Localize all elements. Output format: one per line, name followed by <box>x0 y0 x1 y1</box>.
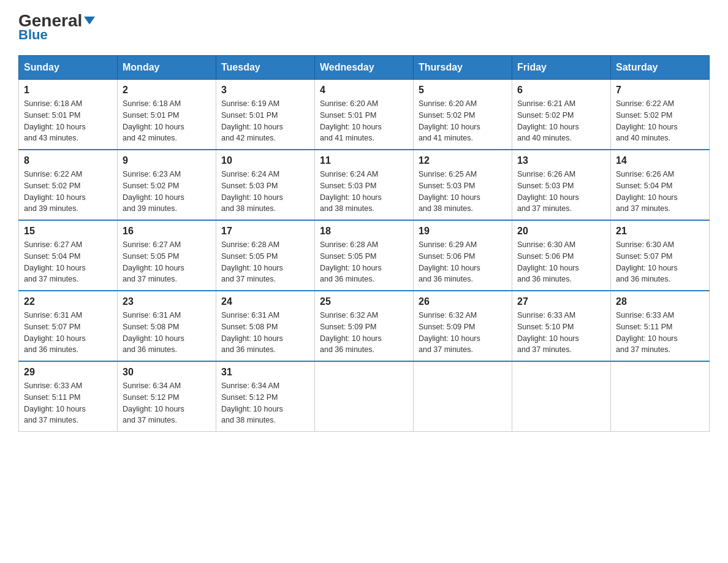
day-info: Sunrise: 6:20 AMSunset: 5:02 PMDaylight:… <box>419 98 507 144</box>
day-number: 20 <box>517 226 605 237</box>
calendar-cell: 4 Sunrise: 6:20 AMSunset: 5:01 PMDayligh… <box>315 80 414 150</box>
day-number: 19 <box>419 226 507 237</box>
calendar-cell: 31 Sunrise: 6:34 AMSunset: 5:12 PMDaylig… <box>216 361 315 432</box>
day-number: 4 <box>320 85 408 96</box>
day-number: 10 <box>221 155 309 166</box>
day-info: Sunrise: 6:27 AMSunset: 5:05 PMDaylight:… <box>123 239 211 285</box>
calendar-cell: 27 Sunrise: 6:33 AMSunset: 5:10 PMDaylig… <box>512 291 611 361</box>
calendar-cell: 2 Sunrise: 6:18 AMSunset: 5:01 PMDayligh… <box>118 80 216 150</box>
day-number: 17 <box>221 226 309 237</box>
calendar-cell: 1 Sunrise: 6:18 AMSunset: 5:01 PMDayligh… <box>19 80 118 150</box>
day-number: 8 <box>24 155 112 166</box>
weekday-header-thursday: Thursday <box>414 56 512 80</box>
day-info: Sunrise: 6:32 AMSunset: 5:09 PMDaylight:… <box>320 310 408 356</box>
weekday-header-sunday: Sunday <box>19 56 118 80</box>
day-number: 12 <box>419 155 507 166</box>
calendar-cell: 10 Sunrise: 6:24 AMSunset: 5:03 PMDaylig… <box>216 150 315 220</box>
day-number: 22 <box>24 296 112 307</box>
day-number: 18 <box>320 226 408 237</box>
calendar-cell <box>414 361 512 432</box>
day-info: Sunrise: 6:30 AMSunset: 5:07 PMDaylight:… <box>616 239 704 285</box>
day-info: Sunrise: 6:28 AMSunset: 5:05 PMDaylight:… <box>320 239 408 285</box>
weekday-header-tuesday: Tuesday <box>216 56 315 80</box>
calendar-cell <box>611 361 710 432</box>
day-number: 30 <box>123 367 211 378</box>
calendar-cell <box>512 361 611 432</box>
calendar-cell: 25 Sunrise: 6:32 AMSunset: 5:09 PMDaylig… <box>315 291 414 361</box>
calendar-cell: 12 Sunrise: 6:25 AMSunset: 5:03 PMDaylig… <box>414 150 512 220</box>
weekday-header-wednesday: Wednesday <box>315 56 414 80</box>
day-number: 28 <box>616 296 704 307</box>
day-number: 29 <box>24 367 112 378</box>
day-number: 21 <box>616 226 704 237</box>
day-info: Sunrise: 6:22 AMSunset: 5:02 PMDaylight:… <box>24 169 112 215</box>
weekday-header-friday: Friday <box>512 56 611 80</box>
day-info: Sunrise: 6:31 AMSunset: 5:08 PMDaylight:… <box>221 310 309 356</box>
day-info: Sunrise: 6:26 AMSunset: 5:03 PMDaylight:… <box>517 169 605 215</box>
day-info: Sunrise: 6:18 AMSunset: 5:01 PMDaylight:… <box>123 98 211 144</box>
weekday-header-row: SundayMondayTuesdayWednesdayThursdayFrid… <box>19 56 710 80</box>
day-number: 25 <box>320 296 408 307</box>
calendar-cell: 29 Sunrise: 6:33 AMSunset: 5:11 PMDaylig… <box>19 361 118 432</box>
day-info: Sunrise: 6:24 AMSunset: 5:03 PMDaylight:… <box>221 169 309 215</box>
calendar-cell: 11 Sunrise: 6:24 AMSunset: 5:03 PMDaylig… <box>315 150 414 220</box>
day-number: 27 <box>517 296 605 307</box>
calendar-cell: 20 Sunrise: 6:30 AMSunset: 5:06 PMDaylig… <box>512 220 611 291</box>
calendar-cell: 6 Sunrise: 6:21 AMSunset: 5:02 PMDayligh… <box>512 80 611 150</box>
day-info: Sunrise: 6:21 AMSunset: 5:02 PMDaylight:… <box>517 98 605 144</box>
day-info: Sunrise: 6:33 AMSunset: 5:11 PMDaylight:… <box>616 310 704 356</box>
weekday-header-monday: Monday <box>118 56 216 80</box>
calendar-cell: 8 Sunrise: 6:22 AMSunset: 5:02 PMDayligh… <box>19 150 118 220</box>
calendar-cell: 23 Sunrise: 6:31 AMSunset: 5:08 PMDaylig… <box>118 291 216 361</box>
day-info: Sunrise: 6:22 AMSunset: 5:02 PMDaylight:… <box>616 98 704 144</box>
page-header: General Blue <box>18 12 710 43</box>
calendar-cell: 22 Sunrise: 6:31 AMSunset: 5:07 PMDaylig… <box>19 291 118 361</box>
calendar-cell: 24 Sunrise: 6:31 AMSunset: 5:08 PMDaylig… <box>216 291 315 361</box>
calendar-cell: 14 Sunrise: 6:26 AMSunset: 5:04 PMDaylig… <box>611 150 710 220</box>
day-info: Sunrise: 6:24 AMSunset: 5:03 PMDaylight:… <box>320 169 408 215</box>
day-number: 7 <box>616 85 704 96</box>
day-info: Sunrise: 6:26 AMSunset: 5:04 PMDaylight:… <box>616 169 704 215</box>
day-info: Sunrise: 6:34 AMSunset: 5:12 PMDaylight:… <box>123 380 211 426</box>
calendar-week-5: 29 Sunrise: 6:33 AMSunset: 5:11 PMDaylig… <box>19 361 710 432</box>
day-info: Sunrise: 6:33 AMSunset: 5:10 PMDaylight:… <box>517 310 605 356</box>
calendar-cell: 3 Sunrise: 6:19 AMSunset: 5:01 PMDayligh… <box>216 80 315 150</box>
day-info: Sunrise: 6:19 AMSunset: 5:01 PMDaylight:… <box>221 98 309 144</box>
day-info: Sunrise: 6:29 AMSunset: 5:06 PMDaylight:… <box>419 239 507 285</box>
calendar-cell: 26 Sunrise: 6:32 AMSunset: 5:09 PMDaylig… <box>414 291 512 361</box>
day-info: Sunrise: 6:27 AMSunset: 5:04 PMDaylight:… <box>24 239 112 285</box>
day-info: Sunrise: 6:34 AMSunset: 5:12 PMDaylight:… <box>221 380 309 426</box>
calendar-week-3: 15 Sunrise: 6:27 AMSunset: 5:04 PMDaylig… <box>19 220 710 291</box>
day-number: 23 <box>123 296 211 307</box>
day-number: 2 <box>123 85 211 96</box>
day-info: Sunrise: 6:23 AMSunset: 5:02 PMDaylight:… <box>123 169 211 215</box>
calendar-table: SundayMondayTuesdayWednesdayThursdayFrid… <box>18 55 710 432</box>
calendar-cell <box>315 361 414 432</box>
day-number: 14 <box>616 155 704 166</box>
calendar-cell: 9 Sunrise: 6:23 AMSunset: 5:02 PMDayligh… <box>118 150 216 220</box>
calendar-cell: 5 Sunrise: 6:20 AMSunset: 5:02 PMDayligh… <box>414 80 512 150</box>
calendar-week-2: 8 Sunrise: 6:22 AMSunset: 5:02 PMDayligh… <box>19 150 710 220</box>
day-number: 26 <box>419 296 507 307</box>
day-number: 3 <box>221 85 309 96</box>
day-info: Sunrise: 6:20 AMSunset: 5:01 PMDaylight:… <box>320 98 408 144</box>
calendar-cell: 16 Sunrise: 6:27 AMSunset: 5:05 PMDaylig… <box>118 220 216 291</box>
day-number: 6 <box>517 85 605 96</box>
calendar-week-1: 1 Sunrise: 6:18 AMSunset: 5:01 PMDayligh… <box>19 80 710 150</box>
day-number: 11 <box>320 155 408 166</box>
calendar-cell: 7 Sunrise: 6:22 AMSunset: 5:02 PMDayligh… <box>611 80 710 150</box>
day-info: Sunrise: 6:32 AMSunset: 5:09 PMDaylight:… <box>419 310 507 356</box>
day-info: Sunrise: 6:33 AMSunset: 5:11 PMDaylight:… <box>24 380 112 426</box>
calendar-cell: 18 Sunrise: 6:28 AMSunset: 5:05 PMDaylig… <box>315 220 414 291</box>
calendar-cell: 15 Sunrise: 6:27 AMSunset: 5:04 PMDaylig… <box>19 220 118 291</box>
day-number: 16 <box>123 226 211 237</box>
calendar-cell: 13 Sunrise: 6:26 AMSunset: 5:03 PMDaylig… <box>512 150 611 220</box>
calendar-week-4: 22 Sunrise: 6:31 AMSunset: 5:07 PMDaylig… <box>19 291 710 361</box>
day-number: 31 <box>221 367 309 378</box>
day-number: 1 <box>24 85 112 96</box>
day-info: Sunrise: 6:18 AMSunset: 5:01 PMDaylight:… <box>24 98 112 144</box>
day-number: 9 <box>123 155 211 166</box>
calendar-cell: 19 Sunrise: 6:29 AMSunset: 5:06 PMDaylig… <box>414 220 512 291</box>
calendar-cell: 28 Sunrise: 6:33 AMSunset: 5:11 PMDaylig… <box>611 291 710 361</box>
day-info: Sunrise: 6:25 AMSunset: 5:03 PMDaylight:… <box>419 169 507 215</box>
